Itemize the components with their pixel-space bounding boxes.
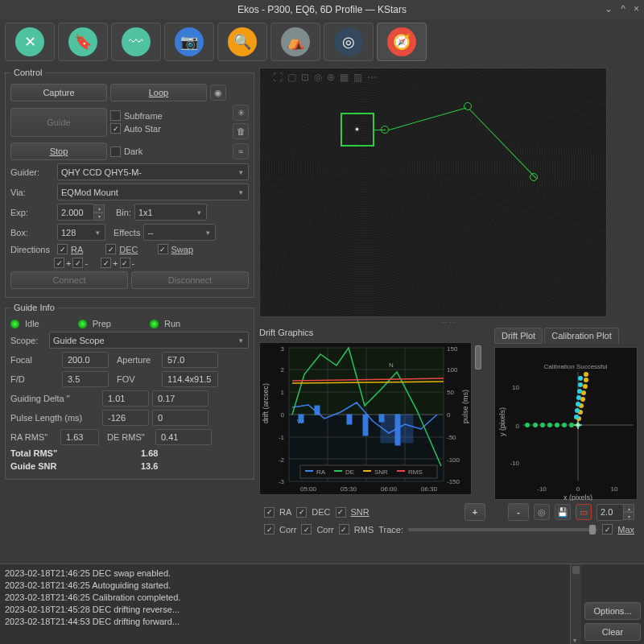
svg-text:06:30: 06:30 — [421, 485, 438, 493]
svg-point-80 — [575, 408, 580, 413]
window-titlebar: Ekos - P300, EQ6, 6D Profile — KStars ⌄ … — [0, 0, 644, 19]
svg-text:drift (arcsec): drift (arcsec) — [262, 383, 270, 423]
drift-chart[interactable]: 3210-1-2-3 150100500-50-100-150 05:0005:… — [259, 342, 472, 495]
drift-slider[interactable] — [475, 342, 485, 495]
svg-text:-150: -150 — [447, 478, 460, 485]
opt-corr-de-check[interactable]: ✓ — [301, 524, 312, 535]
tab-setup[interactable]: ✕ — [5, 23, 55, 61]
control-panel: Control Capture Loop ◉ Guide Subframe ✓A… — [5, 68, 254, 298]
select-icon[interactable]: ▥ — [353, 72, 362, 83]
svg-text:50: 50 — [447, 389, 454, 396]
disconnect-button[interactable]: Disconnect — [131, 271, 249, 289]
target2-icon[interactable]: ⊕ — [327, 72, 335, 83]
dark-check[interactable] — [110, 147, 121, 157]
svg-rect-44 — [334, 470, 342, 472]
exp-input[interactable]: 2.000 — [57, 204, 94, 221]
tab-guide[interactable]: 🧭 — [377, 23, 427, 61]
window-title: Ekos - P300, EQ6, 6D Profile — KStars — [237, 4, 407, 15]
bookmark-icon: 🔖 — [68, 27, 97, 56]
capture-button[interactable]: Capture — [10, 84, 107, 101]
decminus-check[interactable]: ✓ — [120, 258, 130, 268]
target-controls-icon[interactable]: ◎ — [534, 504, 550, 520]
close-icon[interactable]: × — [634, 3, 639, 14]
guider-combo[interactable]: QHY CCD QHY5-M- — [57, 163, 249, 180]
clear-plot-icon[interactable]: ▭ — [576, 504, 592, 520]
settings-icon[interactable]: ≈ — [233, 143, 249, 159]
trash-icon[interactable]: 🗑 — [233, 123, 249, 139]
tab-analyze[interactable]: 〰 — [111, 23, 161, 61]
zoom-100-icon[interactable]: ▢ — [287, 72, 296, 83]
fov-value: 114.4x91.5 — [162, 371, 218, 387]
svg-text:x (pixels): x (pixels) — [564, 493, 592, 501]
exp-down[interactable]: ▾ — [93, 213, 105, 221]
scope-combo[interactable]: Guide Scope — [49, 332, 249, 349]
tab-drift-plot[interactable]: Drift Plot — [494, 328, 543, 344]
trace-slider[interactable] — [408, 528, 597, 531]
show-view-icon[interactable]: ◉ — [210, 85, 226, 101]
tab-focus[interactable]: 🔍 — [217, 23, 267, 61]
crosshair-icon[interactable]: ⊡ — [301, 72, 309, 83]
image-toolbar: ⛶▢⊡◎⊕▦▥⋯ — [273, 72, 377, 83]
opt-rms-check[interactable]: ✓ — [339, 524, 349, 535]
clear-button[interactable]: Clear — [584, 623, 641, 641]
connect-button[interactable]: Connect — [10, 271, 128, 289]
svg-text:2: 2 — [281, 366, 285, 374]
log-output[interactable]: 2023-02-18T21:46:25 DEC swap enabled. 20… — [0, 564, 570, 644]
guide-button[interactable]: Guide — [10, 108, 107, 137]
tab-calibration-plot[interactable]: Calibration Plot — [544, 328, 619, 344]
svg-point-82 — [576, 395, 581, 400]
log-line: 2023-02-18T21:46:25 DEC swap enabled. — [5, 568, 565, 580]
opt-snr-check[interactable]: ✓ — [336, 507, 346, 518]
effects-label: Effects — [114, 228, 140, 237]
autostar-check[interactable]: ✓ — [110, 123, 121, 134]
opt-corr-ra-check[interactable]: ✓ — [264, 524, 275, 535]
bullseye-icon[interactable]: ◎ — [314, 72, 322, 83]
splitter-handle[interactable]: ⋯⋯ — [259, 319, 639, 326]
busy-icon: ✳ — [233, 105, 249, 121]
bin-combo[interactable]: 1x1 — [134, 204, 207, 221]
tab-scheduler[interactable]: 🔖 — [58, 23, 108, 61]
svg-text:100: 100 — [447, 366, 458, 374]
swap-check[interactable]: ✓ — [158, 244, 168, 254]
box-combo[interactable]: 128 — [57, 224, 105, 241]
loop-button[interactable]: Loop — [110, 84, 207, 101]
raminus-check[interactable]: ✓ — [72, 258, 83, 268]
tab-align[interactable]: ◎ — [324, 23, 374, 61]
tab-mount[interactable]: ⛺ — [270, 23, 320, 61]
svg-point-83 — [577, 389, 582, 394]
via-combo[interactable]: EQMod Mount — [57, 184, 249, 200]
calibration-chart[interactable]: Calibration Successful 100-10 -10010 y (… — [494, 347, 638, 500]
path-line-1 — [374, 130, 386, 130]
subframe-check[interactable] — [110, 110, 121, 121]
guide-image[interactable]: ⛶▢⊡◎⊕▦▥⋯ — [259, 68, 607, 317]
opt-ra-check[interactable]: ✓ — [264, 507, 275, 518]
prep-led — [78, 320, 87, 328]
zoom-fit-icon[interactable]: ⛶ — [273, 72, 283, 83]
opt-max-check[interactable]: ✓ — [602, 524, 613, 535]
pulse-ra: -126 — [102, 410, 149, 426]
maximize-icon[interactable]: ^ — [621, 3, 625, 14]
minimize-icon[interactable]: ⌄ — [605, 3, 613, 14]
effects-combo[interactable]: -- — [143, 224, 216, 241]
raplus-check[interactable]: ✓ — [54, 258, 64, 268]
zoom-in-button[interactable]: + — [464, 503, 485, 521]
save-plot-icon[interactable]: 💾 — [555, 504, 571, 520]
exp-up[interactable]: ▴ — [93, 204, 105, 213]
zoom-level-input[interactable]: 2.0 — [597, 504, 624, 521]
focal-value: 200.0 — [62, 352, 109, 368]
tab-capture[interactable]: 📷 — [164, 23, 214, 61]
svg-text:y (pixels): y (pixels) — [498, 407, 506, 436]
more-icon[interactable]: ⋯ — [367, 72, 377, 83]
log-scrollbar[interactable] — [570, 564, 581, 644]
dec-check[interactable]: ✓ — [105, 244, 116, 254]
stop-button[interactable]: Stop — [10, 142, 107, 160]
grid-icon[interactable]: ▦ — [340, 72, 349, 83]
svg-point-68 — [562, 423, 567, 427]
opt-dec-check[interactable]: ✓ — [296, 507, 307, 518]
svg-point-79 — [574, 415, 579, 419]
ra-check[interactable]: ✓ — [57, 244, 68, 254]
zoom-out-button[interactable]: - — [508, 503, 529, 521]
options-button[interactable]: Options... — [584, 602, 641, 620]
svg-point-67 — [555, 423, 559, 427]
decplus-check[interactable]: ✓ — [101, 258, 111, 268]
